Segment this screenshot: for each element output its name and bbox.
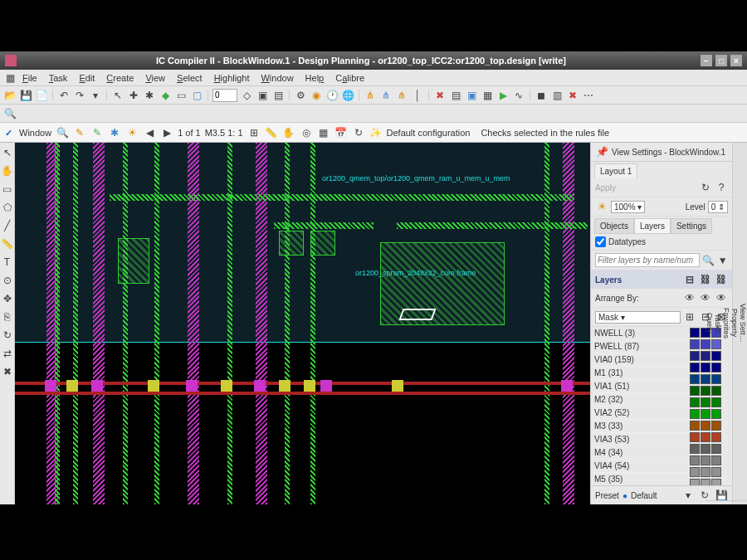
arrow-left-icon[interactable]: ◀ (143, 126, 156, 139)
menu-edit[interactable]: Edit (73, 71, 100, 85)
layer-row[interactable]: NWELL (3) (591, 327, 689, 340)
layer-row[interactable]: M4 (34) (591, 446, 689, 460)
copy-tool-icon[interactable]: ⎘ (1, 310, 14, 324)
box-icon[interactable]: ▣ (465, 89, 478, 102)
ruler-tool-icon[interactable]: 📏 (1, 237, 14, 251)
layer-swatch[interactable] (690, 351, 700, 361)
edit-icon[interactable]: ✎ (90, 126, 104, 139)
wand-icon[interactable]: ✨ (369, 126, 383, 139)
layer-filter-input[interactable] (595, 253, 700, 267)
x-icon[interactable]: ✖ (433, 89, 447, 102)
layer-swatch[interactable] (690, 467, 700, 477)
layer-row[interactable]: M1 (31) (591, 367, 689, 380)
layer-row[interactable]: VIA3 (53) (591, 433, 689, 446)
move-tool-icon[interactable]: ✥ (1, 292, 14, 305)
tree-a-icon[interactable]: ⋔ (364, 89, 377, 102)
pin-tool-icon[interactable]: ⊙ (1, 274, 14, 287)
diamond-icon[interactable]: ◇ (240, 89, 253, 102)
layer-swatch[interactable] (690, 455, 700, 465)
poly-tool-icon[interactable]: ⬠ (1, 201, 14, 214)
rect-tool-icon[interactable]: ▭ (1, 183, 14, 196)
globe-icon[interactable]: 🌐 (341, 89, 354, 102)
redo-icon[interactable]: ↷ (73, 89, 86, 102)
layer-icon[interactable]: ▥ (550, 89, 564, 102)
sun-icon[interactable]: ☀ (125, 126, 139, 139)
app-menu-icon[interactable]: ▦ (3, 71, 17, 85)
zoom-select[interactable]: 100% ▾ (611, 201, 645, 213)
minimize-button[interactable]: − (701, 55, 712, 66)
side-tab-property[interactable]: Property (730, 146, 739, 501)
layer-swatch[interactable] (690, 397, 700, 407)
undo-icon[interactable]: ↶ (57, 89, 71, 102)
path-icon[interactable]: ∿ (512, 89, 525, 102)
close-button[interactable]: × (730, 55, 742, 66)
tab-objects[interactable]: Objects (594, 218, 634, 234)
side-tab-favorites[interactable]: Favorites (722, 146, 730, 501)
extra-icon[interactable]: ⋯ (582, 89, 595, 102)
layer-row[interactable]: M3 (33) (591, 420, 689, 433)
tree-b-icon[interactable]: ⋔ (379, 89, 393, 102)
rotate-tool-icon[interactable]: ↻ (1, 329, 14, 342)
maximize-button[interactable]: □ (715, 55, 727, 66)
menu-help[interactable]: Help (300, 71, 330, 85)
dropdown-icon[interactable]: ▾ (89, 89, 102, 102)
menu-select[interactable]: Select (171, 71, 208, 85)
go-icon[interactable]: ▶ (496, 89, 510, 102)
square-icon[interactable]: ▣ (256, 89, 269, 102)
pencil-icon[interactable]: ✎ (73, 126, 86, 139)
wiz-icon[interactable]: ▦ (481, 89, 494, 102)
line-tool-icon[interactable]: ╱ (1, 219, 14, 232)
x2-icon[interactable]: ✖ (566, 89, 579, 102)
del-tool-icon[interactable]: ✖ (1, 365, 14, 378)
menu-highlight[interactable]: Highlight (208, 71, 256, 85)
hand-tool-icon[interactable]: ✋ (1, 164, 14, 178)
layer-row[interactable]: VIA0 (159) (591, 353, 689, 367)
gear-icon[interactable]: ⚙ (294, 89, 307, 102)
layer-swatch[interactable] (690, 479, 700, 485)
clock-icon[interactable]: 🕐 (325, 89, 339, 102)
layer-swatch[interactable] (690, 363, 700, 373)
save-icon[interactable]: 💾 (19, 89, 32, 102)
zoom2-icon[interactable]: 🔍 (56, 126, 69, 139)
target2-icon[interactable]: ◎ (300, 126, 313, 139)
grid-icon[interactable]: ▦ (317, 126, 330, 139)
layer-row[interactable]: VIA1 (51) (591, 380, 689, 393)
dark-icon[interactable]: ◼ (535, 89, 548, 102)
layout-canvas[interactable]: or1200_qmem_top/or1200_qmem_ram_u_mem_u_… (15, 143, 590, 504)
text-tool-icon[interactable]: T (1, 256, 14, 269)
open-icon[interactable]: 📂 (3, 89, 17, 102)
arrow-right-icon[interactable]: ▶ (160, 126, 173, 139)
date-icon[interactable]: 📅 (334, 126, 348, 139)
side-tab-tasks[interactable]: Tasks (714, 146, 722, 501)
value-input[interactable] (212, 89, 237, 102)
layer-swatch[interactable] (690, 374, 700, 384)
sheet-icon[interactable]: ▤ (449, 89, 462, 102)
layer-swatch[interactable] (690, 421, 700, 431)
side-tab-query[interactable]: Query (706, 146, 714, 501)
tab-layers[interactable]: Layers (634, 218, 671, 234)
book-icon[interactable]: ▤ (271, 89, 285, 102)
tab-layout1[interactable]: Layout 1 (594, 163, 637, 178)
menu-window[interactable]: Window (255, 71, 299, 85)
layer-swatch[interactable] (690, 386, 700, 396)
hand-icon[interactable]: ✋ (282, 126, 295, 139)
refresh-icon[interactable]: ↻ (352, 126, 365, 139)
layer-swatch[interactable] (690, 339, 700, 349)
menu-task[interactable]: Task (43, 71, 74, 85)
cursor-icon[interactable]: ↖ (111, 89, 124, 102)
arrange-select[interactable]: Mask ▾ (595, 311, 681, 324)
mode-a-icon[interactable]: ⊞ (683, 310, 696, 324)
tool-c-icon[interactable]: ◆ (159, 89, 172, 102)
flip-tool-icon[interactable]: ⇄ (1, 347, 14, 360)
highlight-icon[interactable]: ◉ (310, 89, 323, 102)
tool-b-icon[interactable]: ✱ (143, 89, 156, 102)
menu-create[interactable]: Create (100, 71, 139, 85)
eye-icon[interactable]: 👁 (683, 291, 696, 304)
tool-a-icon[interactable]: ✚ (127, 89, 140, 102)
ptr-tool-icon[interactable]: ↖ (1, 146, 14, 159)
gear2-icon[interactable]: ✱ (108, 126, 121, 139)
tool-d-icon[interactable]: ▭ (174, 89, 188, 102)
menu-calibre[interactable]: Calibre (330, 71, 370, 85)
layer-row[interactable]: PWELL (87) (591, 340, 689, 353)
layer-row[interactable]: M2 (32) (591, 393, 689, 407)
